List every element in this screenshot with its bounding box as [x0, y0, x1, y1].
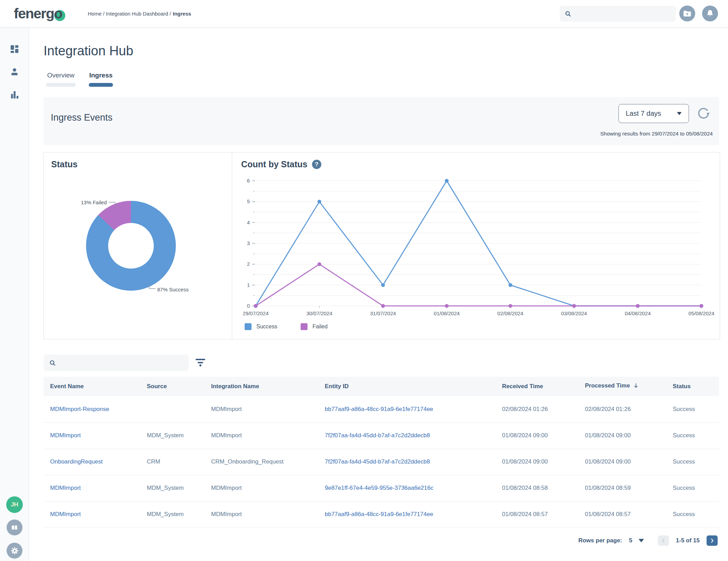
- chart-legend: Success Failed: [245, 323, 328, 330]
- folder-plus-icon: [683, 9, 692, 18]
- cell-status: Success: [666, 422, 719, 449]
- cell-entity-id[interactable]: 7f2f07aa-fa4d-45dd-b7af-a7c2d2ddecb8: [318, 449, 495, 475]
- data-point[interactable]: [572, 304, 576, 308]
- legend-success-swatch[interactable]: [245, 323, 252, 330]
- date-range-select[interactable]: Last 7 days: [618, 104, 689, 123]
- col-status[interactable]: Status: [666, 377, 719, 396]
- svg-text:31/07/2024: 31/07/2024: [370, 310, 396, 316]
- donut-failed-label: 13% Failed: [58, 199, 107, 205]
- table-row: OnboardingRequestCRMCRM_Onboarding_Reque…: [44, 449, 719, 475]
- cell-source: MDM_System: [140, 422, 205, 449]
- breadcrumb[interactable]: Home / Integration Hub Dashboard / Ingre…: [88, 0, 191, 27]
- status-donut-chart[interactable]: [86, 201, 176, 291]
- svg-text:01/08/2024: 01/08/2024: [434, 310, 460, 316]
- col-integration-name[interactable]: Integration Name: [205, 377, 318, 396]
- top-bar: fenergo Home / Integration Hub Dashboard…: [0, 0, 728, 27]
- cell-source: [140, 396, 205, 422]
- breadcrumb-path[interactable]: Home / Integration Hub Dashboard /: [88, 11, 171, 17]
- data-point[interactable]: [509, 304, 512, 308]
- svg-text:29/07/2024: 29/07/2024: [243, 310, 268, 316]
- data-point[interactable]: [318, 200, 321, 204]
- cell-event-name[interactable]: OnboardingRequest: [44, 449, 140, 475]
- help-icon[interactable]: ?: [312, 160, 321, 169]
- cell-event-name[interactable]: MDMImport: [44, 475, 140, 501]
- tab-overview-label: Overview: [46, 72, 76, 79]
- col-received-time[interactable]: Received Time: [495, 377, 578, 396]
- ingress-events-panel: Ingress Events Last 7 days Showing resul…: [44, 97, 719, 145]
- notifications-button[interactable]: [702, 6, 718, 21]
- data-point[interactable]: [509, 283, 512, 287]
- svg-text:03/08/2024: 03/08/2024: [561, 310, 587, 316]
- chevron-down-icon: [677, 112, 682, 115]
- legend-success-label: Success: [256, 324, 277, 330]
- data-point[interactable]: [700, 304, 703, 308]
- rows-per-page-value[interactable]: 5: [629, 537, 632, 544]
- analytics-icon[interactable]: [9, 90, 20, 100]
- data-point[interactable]: [254, 304, 258, 308]
- data-point[interactable]: [445, 304, 448, 308]
- integration-hub-screen: fenergo Home / Integration Hub Dashboard…: [0, 0, 728, 561]
- cell-received-time: 01/08/2024 09:00: [495, 422, 578, 449]
- chevron-right-icon: [709, 537, 716, 544]
- user-avatar[interactable]: JH: [6, 496, 23, 513]
- svg-text:6: 6: [247, 178, 250, 184]
- col-processed-time[interactable]: Processed Time: [578, 377, 666, 396]
- data-point[interactable]: [381, 283, 385, 287]
- fenergo-logo[interactable]: fenergo: [14, 0, 65, 27]
- table-row: MDMImportMDM_SystemMDMImport9e87e1ff-67e…: [44, 475, 719, 501]
- legend-failed-swatch[interactable]: [301, 323, 308, 330]
- sort-desc-icon[interactable]: [633, 382, 639, 391]
- chevron-left-icon: [660, 537, 667, 544]
- cell-event-name[interactable]: MDMImport-Response: [44, 396, 140, 422]
- cell-event-name[interactable]: MDMImport: [44, 422, 140, 449]
- refresh-button[interactable]: [696, 106, 710, 121]
- global-search-input[interactable]: [575, 11, 671, 17]
- cell-entity-id[interactable]: bb77aaf9-a86a-48cc-91a9-6e1fe77174ee: [318, 396, 495, 422]
- cell-processed-time: 01/08/2024 09:00: [578, 422, 666, 449]
- cell-processed-time: 01/08/2024 08:57: [578, 501, 666, 527]
- create-case-button[interactable]: [679, 6, 695, 21]
- count-card-title: Count by Status ?: [241, 159, 321, 169]
- legend-failed-label: Failed: [312, 324, 328, 330]
- col-entity-id[interactable]: Entity ID: [318, 377, 495, 396]
- cell-source: MDM_System: [140, 475, 205, 501]
- tab-overview[interactable]: Overview: [46, 72, 76, 87]
- filter-button[interactable]: [196, 359, 205, 367]
- table-search-input[interactable]: [59, 360, 183, 366]
- settings-button[interactable]: [7, 543, 22, 559]
- cell-entity-id[interactable]: bb77aaf9-a86a-48cc-91a9-6e1fe77174ee: [318, 501, 495, 527]
- user-icon[interactable]: [9, 67, 20, 77]
- col-event-name[interactable]: Event Name: [44, 377, 140, 396]
- cell-received-time: 02/08/2024 01:26: [495, 396, 578, 422]
- table-row: MDMImport-ResponseMDMImportbb77aaf9-a86a…: [44, 396, 719, 422]
- count-by-status-card: Count by Status ? 012345629/07/202430/07…: [232, 152, 720, 339]
- left-sidebar: JH: [0, 28, 29, 561]
- data-point[interactable]: [318, 262, 321, 266]
- tab-ingress-underline: [89, 83, 113, 87]
- tab-overview-underline: [46, 83, 76, 87]
- cell-status: Success: [666, 449, 719, 475]
- data-point[interactable]: [636, 304, 640, 308]
- global-search[interactable]: [560, 6, 676, 22]
- rows-per-page-caret-icon[interactable]: [639, 539, 644, 542]
- tab-ingress[interactable]: Ingress: [89, 72, 113, 87]
- cell-integration-name: MDMImport: [205, 475, 318, 501]
- col-source[interactable]: Source: [140, 377, 205, 396]
- status-card: Status 13% Failed 87% Success: [44, 152, 232, 339]
- previous-page-button[interactable]: [658, 535, 669, 546]
- cell-processed-time: 01/08/2024 08:59: [578, 475, 666, 501]
- next-page-button[interactable]: [707, 535, 718, 546]
- cell-entity-id[interactable]: 9e87e1ff-67e4-4e59-955e-3736aa6e216c: [318, 475, 495, 501]
- tab-bar: Overview Ingress: [46, 72, 113, 87]
- table-search[interactable]: [44, 355, 189, 371]
- rows-per-page-label: Rows per page:: [578, 537, 622, 544]
- data-point[interactable]: [445, 179, 448, 183]
- documentation-button[interactable]: [7, 520, 22, 535]
- status-card-title: Status: [51, 159, 77, 169]
- date-range-value: Last 7 days: [626, 110, 677, 118]
- svg-text:4: 4: [247, 219, 250, 225]
- data-point[interactable]: [381, 304, 385, 308]
- dashboard-icon[interactable]: [9, 44, 20, 54]
- cell-event-name[interactable]: MDMImport: [44, 501, 140, 527]
- cell-entity-id[interactable]: 7f2f07aa-fa4d-45dd-b7af-a7c2d2ddecb8: [318, 422, 495, 449]
